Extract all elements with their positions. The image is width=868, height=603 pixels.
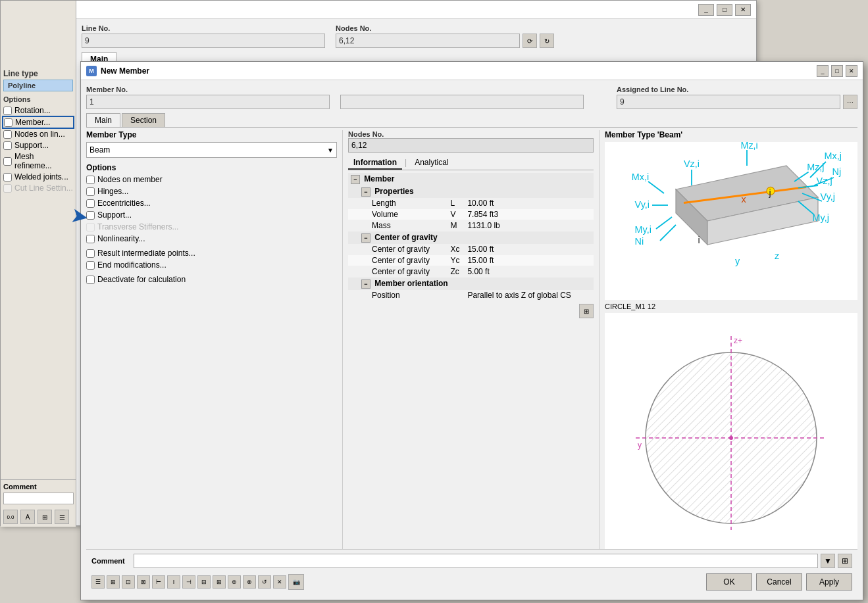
line-no-row: Line No. Nodes No. ⟳ ↻ <box>82 24 751 48</box>
option-result-intermediate[interactable]: Result intermediate points... <box>86 249 337 258</box>
eccentricities-label: Eccentricities... <box>97 199 151 208</box>
icon-decimal-btn[interactable]: 0.0 <box>3 510 18 524</box>
action-icon-4[interactable]: ⊠ <box>137 575 150 589</box>
left-panel: Member Type Beam ▼ Options Nodes on memb… <box>86 130 343 549</box>
option-eccentricities[interactable]: Eccentricities... <box>86 199 337 208</box>
cancel-button[interactable]: Cancel <box>756 573 802 591</box>
comment-copy-btn[interactable]: ⊞ <box>838 554 852 568</box>
table-icon-btn[interactable]: ⊞ <box>579 304 594 318</box>
comment-dropdown-btn[interactable]: ▼ <box>821 554 835 568</box>
apply-button[interactable]: Apply <box>806 573 852 591</box>
nodes-on-member-checkbox[interactable] <box>86 176 95 184</box>
option-hinges[interactable]: Hinges... <box>86 187 337 196</box>
member-type-title: Member Type <box>86 130 337 139</box>
assigned-line-input[interactable] <box>617 95 840 109</box>
action-icon-6[interactable]: I <box>167 575 180 589</box>
action-icon-12[interactable]: ↺ <box>258 575 271 589</box>
comment-input-small[interactable] <box>3 493 74 504</box>
sidebar-item-mesh[interactable]: Mesh refineme... <box>3 152 73 170</box>
nodes-refresh-button[interactable]: ⟳ <box>523 34 537 48</box>
ok-button[interactable]: OK <box>706 573 752 591</box>
dialog-minimize-btn[interactable]: _ <box>817 65 829 77</box>
mesh-checkbox[interactable] <box>3 157 12 166</box>
cog-z-name: Center of gravity <box>348 266 447 277</box>
action-icon-8[interactable]: ⊟ <box>197 575 211 589</box>
assigned-line-nav-btn[interactable]: ⋯ <box>843 95 857 109</box>
end-modifications-checkbox[interactable] <box>86 261 95 270</box>
new-member-dialog: M New Member _ □ ✕ Member No. Assigned t… <box>80 61 863 600</box>
member-middle-input[interactable] <box>340 95 584 109</box>
cog-toggle[interactable]: − <box>361 233 370 243</box>
action-icon-5[interactable]: ⊢ <box>152 575 165 589</box>
dialog-content: Member Type Beam ▼ Options Nodes on memb… <box>86 130 857 549</box>
tree-properties-row: − Properties <box>348 185 594 198</box>
welded-checkbox[interactable] <box>3 173 12 181</box>
action-icon-13[interactable]: ✕ <box>273 575 286 589</box>
nodes-label: Nodes on lin... <box>14 130 65 139</box>
cog-y-value: 15.00 ft <box>465 255 594 266</box>
member-no-input[interactable] <box>86 95 330 109</box>
dialog-maximize-btn[interactable]: □ <box>831 65 843 77</box>
sidebar-item-support[interactable]: Support... <box>3 141 73 150</box>
hinges-checkbox[interactable] <box>86 187 95 196</box>
sidebar-item-nodes[interactable]: Nodes on lin... <box>3 130 73 139</box>
minimize-button[interactable]: _ <box>698 4 714 16</box>
support-checkbox[interactable] <box>3 141 12 150</box>
rotation-checkbox[interactable] <box>3 107 12 115</box>
action-icon-2[interactable]: ⊞ <box>107 575 120 589</box>
svg-text:Vy,j: Vy,j <box>821 191 835 202</box>
member-type-dropdown[interactable]: Beam ▼ <box>86 142 337 158</box>
nodes-checkbox[interactable] <box>3 130 12 139</box>
table-icon-row: ⊞ <box>348 304 594 318</box>
edit-line-titlebar: ✏ Edit Line _ □ ✕ <box>1 1 756 19</box>
line-type-section: Line type Polyline <box>3 69 73 91</box>
sidebar-item-rotation[interactable]: Rotation... <box>3 106 73 115</box>
middle-panel: Nodes No. Information | Analytical − M <box>343 130 600 549</box>
info-tab-analytical[interactable]: Analytical <box>409 157 453 170</box>
nonlinearity-checkbox[interactable] <box>86 235 95 243</box>
camera-icon-btn[interactable]: 📷 <box>288 574 304 590</box>
member-checkbox[interactable] <box>4 118 13 127</box>
action-icon-3[interactable]: ⊡ <box>122 575 135 589</box>
svg-line-14 <box>648 181 664 193</box>
action-icon-10[interactable]: ⊜ <box>228 575 241 589</box>
sidebar-item-member[interactable]: Member... <box>3 117 73 128</box>
properties-toggle[interactable]: − <box>361 187 370 197</box>
member-section-label: Member <box>364 174 394 183</box>
dialog-footer: Comment ▼ ⊞ ☰ ⊞ ⊡ ⊠ ⊢ I ⊣ ⊟ ⊞ ⊜ ⊗ <box>86 549 857 594</box>
maximize-button[interactable]: □ <box>717 4 732 16</box>
icon-graph-btn[interactable]: ⊞ <box>38 510 52 524</box>
orientation-toggle[interactable]: − <box>361 279 370 289</box>
deactivate-checkbox[interactable] <box>86 276 95 284</box>
nodes-no-input[interactable] <box>336 34 520 48</box>
info-tab-information[interactable]: Information <box>348 157 402 170</box>
option-deactivate[interactable]: Deactivate for calculation <box>86 275 337 284</box>
comment-footer-input[interactable] <box>134 554 818 568</box>
close-button[interactable]: ✕ <box>735 4 751 16</box>
icon-text-btn[interactable]: A <box>20 510 35 524</box>
tree-cog-y-row: Center of gravity Yc 15.00 ft <box>348 255 594 266</box>
dialog-tab-section[interactable]: Section <box>122 113 165 127</box>
svg-text:z: z <box>775 251 779 261</box>
action-icon-7[interactable]: ⊣ <box>182 575 195 589</box>
icon-extra-btn[interactable]: ☰ <box>55 510 69 524</box>
option-nonlinearity[interactable]: Nonlinearity... <box>86 234 337 243</box>
action-icon-11[interactable]: ⊗ <box>243 575 256 589</box>
nodes-no-dialog-input[interactable] <box>348 138 594 153</box>
action-icon-9[interactable]: ⊞ <box>213 575 226 589</box>
sidebar-item-welded[interactable]: Welded joints... <box>3 172 73 181</box>
action-icon-1[interactable]: ☰ <box>91 575 105 589</box>
length-value: 10.00 ft <box>465 198 594 209</box>
dialog-tab-main[interactable]: Main <box>86 113 120 127</box>
svg-text:i: i <box>698 235 700 245</box>
position-symbol <box>447 290 465 301</box>
member-toggle[interactable]: − <box>351 175 360 184</box>
result-intermediate-checkbox[interactable] <box>86 249 95 258</box>
option-support[interactable]: Support... <box>86 210 337 220</box>
nodes-nav-button[interactable]: ↻ <box>540 34 554 48</box>
line-no-input[interactable] <box>82 34 325 48</box>
option-end-modifications[interactable]: End modifications... <box>86 260 337 270</box>
option-nodes-on-member[interactable]: Nodes on member <box>86 175 337 184</box>
dialog-close-btn[interactable]: ✕ <box>846 65 857 77</box>
support-option-label: Support... <box>97 210 132 220</box>
